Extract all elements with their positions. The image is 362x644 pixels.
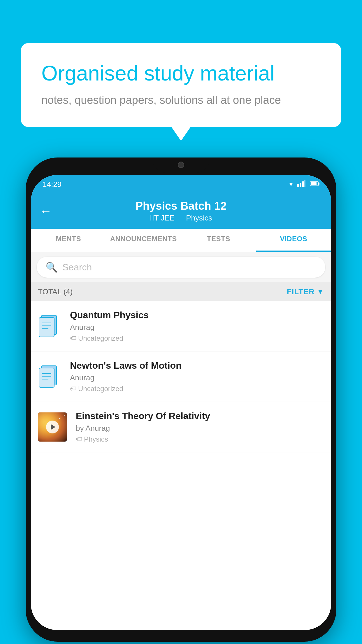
tag-icon: 🏷	[76, 435, 82, 443]
svg-rect-6	[311, 182, 317, 185]
video-info: Einstein's Theory Of Relativity by Anura…	[76, 411, 324, 443]
wifi-icon: ▾	[289, 181, 293, 188]
list-item[interactable]: Einstein's Theory Of Relativity by Anura…	[31, 402, 331, 452]
status-bar: 14:29 ▾	[31, 175, 331, 194]
svg-rect-2	[302, 181, 304, 187]
video-author: Anurag	[70, 323, 324, 332]
bubble-title: Organised study material	[41, 61, 321, 86]
tab-tests[interactable]: TESTS	[181, 229, 256, 252]
svg-rect-3	[304, 180, 305, 187]
filter-button[interactable]: FILTER ▼	[287, 287, 324, 296]
page-title: Physics Batch 12	[136, 200, 227, 212]
svg-rect-5	[318, 183, 319, 185]
svg-rect-0	[297, 184, 299, 187]
video-title: Quantum Physics	[70, 310, 324, 321]
video-author: Anurag	[70, 373, 324, 382]
search-placeholder: Search	[62, 262, 92, 273]
filter-icon: ▼	[317, 288, 324, 296]
svg-rect-13	[39, 368, 54, 387]
status-time: 14:29	[43, 180, 61, 189]
list-item[interactable]: Newton's Laws of Motion Anurag 🏷 Uncateg…	[31, 351, 331, 402]
speech-bubble: Organised study material notes, question…	[21, 43, 341, 127]
bubble-subtitle: notes, question papers, solutions all at…	[41, 94, 321, 106]
video-info: Newton's Laws of Motion Anurag 🏷 Uncateg…	[70, 360, 324, 393]
video-author: by Anurag	[76, 424, 324, 433]
list-item[interactable]: Quantum Physics Anurag 🏷 Uncategorized	[31, 301, 331, 351]
video-info: Quantum Physics Anurag 🏷 Uncategorized	[70, 310, 324, 342]
search-bar[interactable]: 🔍 Search	[37, 257, 325, 278]
file-icon	[38, 363, 61, 390]
video-tag: 🏷 Uncategorized	[70, 334, 324, 342]
phone-frame: 14:29 ▾	[26, 158, 336, 642]
search-icon: 🔍	[45, 261, 58, 273]
filter-bar: TOTAL (4) FILTER ▼	[31, 282, 331, 301]
tag-icon: 🏷	[70, 335, 76, 342]
subtitle-physics: Physics	[186, 214, 212, 222]
svg-rect-8	[39, 318, 54, 337]
video-tag: 🏷 Physics	[76, 435, 324, 443]
video-title: Einstein's Theory Of Relativity	[76, 411, 324, 421]
tab-announcements[interactable]: ANNOUNCEMENTS	[106, 229, 181, 252]
status-icons: ▾	[289, 180, 319, 188]
battery-icon	[310, 181, 319, 188]
subtitle-iitjee: IIT JEE	[150, 214, 175, 222]
page-subtitle: IIT JEE Physics	[147, 214, 215, 223]
svg-rect-1	[300, 183, 301, 187]
video-tag: 🏷 Uncategorized	[70, 385, 324, 393]
thumbnail-image	[38, 412, 67, 442]
app-header: ← Physics Batch 12 IIT JEE Physics	[31, 194, 331, 229]
camera-notch	[178, 162, 184, 168]
phone-screen: 14:29 ▾	[31, 175, 331, 630]
total-count: TOTAL (4)	[38, 287, 73, 296]
video-list: Quantum Physics Anurag 🏷 Uncategorized	[31, 301, 331, 630]
tag-icon: 🏷	[70, 385, 76, 393]
file-icon	[38, 313, 61, 339]
video-thumbnail	[38, 412, 67, 442]
play-button[interactable]	[46, 421, 59, 433]
tab-videos[interactable]: VIDEOS	[256, 229, 331, 252]
tab-ments[interactable]: MENTS	[31, 229, 106, 252]
back-button[interactable]: ←	[40, 204, 52, 218]
phone-notch	[152, 158, 210, 173]
video-title: Newton's Laws of Motion	[70, 360, 324, 371]
tab-bar: MENTS ANNOUNCEMENTS TESTS VIDEOS	[31, 229, 331, 252]
search-container: 🔍 Search	[31, 252, 331, 282]
signal-icon	[297, 180, 305, 188]
